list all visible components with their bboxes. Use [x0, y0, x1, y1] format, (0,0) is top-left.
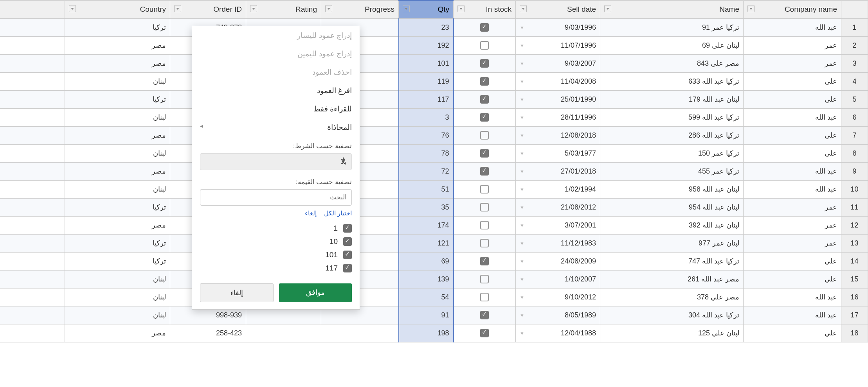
cell-sell-date[interactable]: ▼8/05/1989: [516, 306, 600, 324]
cell-company[interactable]: علي: [744, 252, 841, 270]
dropdown-icon[interactable]: ▼: [520, 205, 524, 210]
filter-icon[interactable]: [403, 5, 410, 12]
cell-sell-date[interactable]: ▼5/03/1977: [516, 144, 600, 162]
checkbox-icon[interactable]: [480, 221, 489, 229]
cell-country[interactable]: لبنان: [65, 288, 170, 306]
table-row[interactable]: لبنان106-828-478▼5/03/1977تركيا عمر 150ع…: [0, 144, 868, 162]
cell-extra[interactable]: [0, 108, 65, 126]
cell-name[interactable]: تركيا عبد الله 304: [600, 306, 744, 324]
cell-company[interactable]: عبد الله: [744, 180, 841, 198]
filter-search-input[interactable]: [200, 189, 352, 206]
cell-in-stock[interactable]: [454, 216, 516, 234]
cell-in-stock[interactable]: [454, 198, 516, 216]
cell-qty[interactable]: 119: [399, 72, 454, 90]
cell-name[interactable]: تركيا عبد الله 633: [600, 72, 744, 90]
checkbox-icon[interactable]: [480, 257, 489, 265]
header-sell-date[interactable]: Sell date: [516, 0, 600, 18]
cell-country[interactable]: تركيا: [65, 18, 170, 36]
cell-country[interactable]: مصر: [65, 162, 170, 180]
row-number[interactable]: 2: [841, 36, 868, 54]
header-qty[interactable]: Qty: [399, 0, 454, 18]
checkbox-icon[interactable]: [480, 41, 489, 50]
row-number[interactable]: 3: [841, 54, 868, 72]
condition-select[interactable]: بلا ▲▼: [200, 153, 352, 170]
table-row[interactable]: مصر451-63476▼12/08/2018تركيا عبد الله 28…: [0, 126, 868, 144]
filter-value-item[interactable]: 10: [200, 235, 352, 248]
menu-readonly[interactable]: للقراءة فقط: [192, 100, 360, 118]
cell-country[interactable]: مصر: [65, 324, 170, 342]
dropdown-icon[interactable]: ▼: [520, 277, 524, 282]
cell-sell-date[interactable]: ▼11/07/1996: [516, 36, 600, 54]
checkbox-icon[interactable]: [480, 275, 489, 283]
cell-country[interactable]: مصر: [65, 54, 170, 72]
header-rating[interactable]: Rating: [246, 0, 321, 18]
cell-company[interactable]: علي: [744, 126, 841, 144]
cell-name[interactable]: لبنان عمر 977: [600, 234, 744, 252]
cell-name[interactable]: لبنان عبد الله 179: [600, 90, 744, 108]
select-all-link[interactable]: اختيار الكل: [324, 210, 352, 217]
cell-company[interactable]: عبد الله: [744, 306, 841, 324]
table-row[interactable]: مصر258-423198▼12/04/1988لبنان علي 125علي…: [0, 324, 868, 342]
dropdown-icon[interactable]: ▼: [520, 331, 524, 336]
cell-company[interactable]: عبد الله: [744, 162, 841, 180]
menu-alignment[interactable]: المحاذاة: [192, 118, 360, 136]
cell-qty[interactable]: 72: [399, 162, 454, 180]
filter-value-item[interactable]: 117: [200, 262, 352, 275]
cell-extra[interactable]: [0, 18, 65, 36]
checkbox-icon[interactable]: [480, 149, 489, 158]
cell-extra[interactable]: [0, 234, 65, 252]
filter-icon[interactable]: [174, 5, 181, 12]
row-number[interactable]: 14: [841, 252, 868, 270]
checkbox-icon[interactable]: [343, 251, 352, 259]
cell-country[interactable]: مصر: [65, 36, 170, 54]
cell-qty[interactable]: 91: [399, 306, 454, 324]
cell-qty[interactable]: 174: [399, 216, 454, 234]
cell-progress[interactable]: [321, 324, 399, 342]
cell-name[interactable]: تركيا عمر 150: [600, 144, 744, 162]
cell-qty[interactable]: 192: [399, 36, 454, 54]
cell-company[interactable]: علي: [744, 90, 841, 108]
header-name[interactable]: Name: [600, 0, 744, 18]
row-number[interactable]: 8: [841, 144, 868, 162]
cell-company[interactable]: عمر: [744, 216, 841, 234]
cell-qty[interactable]: 101: [399, 54, 454, 72]
checkbox-icon[interactable]: [480, 311, 489, 319]
cell-country[interactable]: تركيا: [65, 234, 170, 252]
checkbox-icon[interactable]: [343, 237, 352, 246]
cancel-button[interactable]: إلغاء: [200, 283, 274, 302]
cell-name[interactable]: مصر عبد الله 261: [600, 270, 744, 288]
filter-icon[interactable]: [457, 5, 465, 12]
cell-sell-date[interactable]: ▼12/04/1988: [516, 324, 600, 342]
row-number[interactable]: 12: [841, 216, 868, 234]
cell-sell-date[interactable]: ▼11/04/2008: [516, 72, 600, 90]
dropdown-icon[interactable]: ▼: [520, 61, 524, 66]
table-row[interactable]: تركيا585-537117▼25/01/1990لبنان عبد الله…: [0, 90, 868, 108]
dropdown-icon[interactable]: ▼: [520, 151, 524, 156]
cell-extra[interactable]: [0, 288, 65, 306]
cell-country[interactable]: لبنان: [65, 306, 170, 324]
row-number[interactable]: 6: [841, 108, 868, 126]
cell-extra[interactable]: [0, 270, 65, 288]
cell-name[interactable]: مصر علي 378: [600, 288, 744, 306]
checkbox-icon[interactable]: [480, 203, 489, 211]
cell-country[interactable]: لبنان: [65, 72, 170, 90]
cell-country[interactable]: مصر: [65, 216, 170, 234]
cell-sell-date[interactable]: ▼21/08/2012: [516, 198, 600, 216]
cell-in-stock[interactable]: [454, 126, 516, 144]
checkbox-icon[interactable]: [343, 264, 352, 272]
filter-value-item[interactable]: 101: [200, 248, 352, 262]
header-country[interactable]: Country: [65, 0, 170, 18]
cell-in-stock[interactable]: [454, 306, 516, 324]
row-number[interactable]: 16: [841, 288, 868, 306]
cell-country[interactable]: لبنان: [65, 180, 170, 198]
row-number[interactable]: 18: [841, 324, 868, 342]
cell-qty[interactable]: 117: [399, 90, 454, 108]
cell-sell-date[interactable]: ▼9/10/2012: [516, 288, 600, 306]
cell-sell-date[interactable]: ▼9/03/1996: [516, 18, 600, 36]
table-row[interactable]: تركيا628-94369▼24/08/2009تركيا عبد الله …: [0, 252, 868, 270]
cell-name[interactable]: لبنان علي 125: [600, 324, 744, 342]
cell-sell-date[interactable]: ▼25/01/1990: [516, 90, 600, 108]
cell-country[interactable]: مصر: [65, 126, 170, 144]
dropdown-icon[interactable]: ▼: [520, 97, 524, 102]
cell-extra[interactable]: [0, 198, 65, 216]
